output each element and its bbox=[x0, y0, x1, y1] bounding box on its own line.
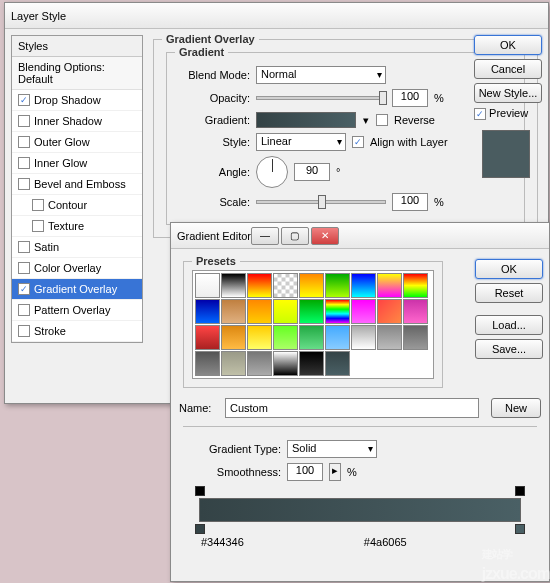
style-checkbox[interactable] bbox=[18, 262, 30, 274]
scale-row: Scale: 100 % bbox=[175, 193, 516, 211]
ge-load-button[interactable]: Load... bbox=[475, 315, 543, 335]
layer-style-titlebar[interactable]: Layer Style bbox=[5, 3, 548, 29]
style-checkbox[interactable] bbox=[18, 178, 30, 190]
smoothness-dropdown-icon[interactable]: ▸ bbox=[329, 463, 341, 481]
preset-swatch[interactable] bbox=[325, 351, 350, 376]
preset-swatch[interactable] bbox=[351, 325, 376, 350]
ge-ok-button[interactable]: OK bbox=[475, 259, 543, 279]
gradient-dropdown-icon[interactable]: ▾ bbox=[362, 114, 370, 127]
preset-swatch[interactable] bbox=[221, 299, 246, 324]
preview-label: Preview bbox=[489, 107, 528, 119]
preset-swatch[interactable] bbox=[247, 351, 272, 376]
style-checkbox[interactable] bbox=[18, 325, 30, 337]
cancel-button[interactable]: Cancel bbox=[474, 59, 542, 79]
preset-swatch[interactable] bbox=[195, 351, 220, 376]
style-item-outer-glow[interactable]: Outer Glow bbox=[12, 132, 142, 153]
style-checkbox[interactable] bbox=[18, 241, 30, 253]
preset-swatch[interactable] bbox=[221, 273, 246, 298]
style-item-satin[interactable]: Satin bbox=[12, 237, 142, 258]
preset-swatch[interactable] bbox=[351, 273, 376, 298]
angle-dial[interactable] bbox=[256, 156, 288, 188]
ge-new-button[interactable]: New bbox=[491, 398, 541, 418]
style-checkbox[interactable] bbox=[18, 157, 30, 169]
preset-swatch[interactable] bbox=[377, 325, 402, 350]
blending-options[interactable]: Blending Options: Default bbox=[12, 57, 142, 90]
name-input[interactable] bbox=[225, 398, 479, 418]
style-item-stroke[interactable]: Stroke bbox=[12, 321, 142, 342]
angle-value[interactable]: 90 bbox=[294, 163, 330, 181]
opacity-value[interactable]: 100 bbox=[392, 89, 428, 107]
preset-swatch[interactable] bbox=[299, 351, 324, 376]
align-checkbox[interactable]: ✓ bbox=[352, 136, 364, 148]
new-style-button[interactable]: New Style... bbox=[474, 83, 542, 103]
ge-reset-button[interactable]: Reset bbox=[475, 283, 543, 303]
minimize-button[interactable]: — bbox=[251, 227, 279, 245]
preset-swatch[interactable] bbox=[273, 299, 298, 324]
style-label: Texture bbox=[48, 220, 84, 232]
preset-swatch[interactable] bbox=[351, 299, 376, 324]
preset-swatch[interactable] bbox=[377, 273, 402, 298]
gradient-label: Gradient: bbox=[175, 114, 250, 126]
preset-swatch[interactable] bbox=[377, 299, 402, 324]
style-item-gradient-overlay[interactable]: ✓Gradient Overlay bbox=[12, 279, 142, 300]
ge-save-button[interactable]: Save... bbox=[475, 339, 543, 359]
color-stop-left[interactable] bbox=[195, 524, 205, 534]
maximize-button[interactable]: ▢ bbox=[281, 227, 309, 245]
smoothness-value[interactable]: 100 bbox=[287, 463, 323, 481]
preset-swatch[interactable] bbox=[195, 273, 220, 298]
style-checkbox[interactable] bbox=[18, 115, 30, 127]
preset-swatch[interactable] bbox=[325, 325, 350, 350]
preset-swatch[interactable] bbox=[299, 299, 324, 324]
preset-swatch[interactable] bbox=[325, 273, 350, 298]
reverse-checkbox[interactable] bbox=[376, 114, 388, 126]
style-checkbox[interactable] bbox=[32, 199, 44, 211]
gradient-subsection: Gradient Blend Mode: Normal Opacity: 100… bbox=[166, 52, 525, 225]
preset-swatch[interactable] bbox=[273, 351, 298, 376]
preset-swatch[interactable] bbox=[221, 325, 246, 350]
style-item-bevel-and-emboss[interactable]: Bevel and Emboss bbox=[12, 174, 142, 195]
style-item-pattern-overlay[interactable]: Pattern Overlay bbox=[12, 300, 142, 321]
scale-value[interactable]: 100 bbox=[392, 193, 428, 211]
preset-swatch[interactable] bbox=[273, 325, 298, 350]
preset-swatch[interactable] bbox=[403, 273, 428, 298]
close-button[interactable]: ✕ bbox=[311, 227, 339, 245]
style-checkbox[interactable] bbox=[32, 220, 44, 232]
preset-swatch[interactable] bbox=[299, 325, 324, 350]
preview-checkbox[interactable]: ✓ bbox=[474, 108, 486, 120]
angle-label: Angle: bbox=[175, 166, 250, 178]
gradient-preview[interactable] bbox=[256, 112, 356, 128]
gradient-editor-titlebar[interactable]: Gradient Editor — ▢ ✕ bbox=[171, 223, 549, 249]
opacity-slider[interactable] bbox=[256, 96, 386, 100]
style-item-contour[interactable]: Contour bbox=[12, 195, 142, 216]
style-checkbox[interactable] bbox=[18, 304, 30, 316]
preset-swatch[interactable] bbox=[273, 273, 298, 298]
ok-button[interactable]: OK bbox=[474, 35, 542, 55]
style-checkbox[interactable] bbox=[18, 136, 30, 148]
grad-type-select[interactable]: Solid bbox=[287, 440, 377, 458]
preset-swatch[interactable] bbox=[325, 299, 350, 324]
style-item-drop-shadow[interactable]: ✓Drop Shadow bbox=[12, 90, 142, 111]
style-item-color-overlay[interactable]: Color Overlay bbox=[12, 258, 142, 279]
preset-swatch[interactable] bbox=[221, 351, 246, 376]
preset-swatch[interactable] bbox=[195, 325, 220, 350]
style-select[interactable]: Linear bbox=[256, 133, 346, 151]
preset-swatch[interactable] bbox=[195, 299, 220, 324]
opacity-stop-left[interactable] bbox=[195, 486, 205, 496]
style-checkbox[interactable]: ✓ bbox=[18, 283, 30, 295]
preset-swatch[interactable] bbox=[299, 273, 324, 298]
style-item-texture[interactable]: Texture bbox=[12, 216, 142, 237]
gradient-bar[interactable] bbox=[199, 498, 521, 522]
styles-header[interactable]: Styles bbox=[12, 36, 142, 57]
preset-swatch[interactable] bbox=[247, 273, 272, 298]
opacity-stop-right[interactable] bbox=[515, 486, 525, 496]
style-checkbox[interactable]: ✓ bbox=[18, 94, 30, 106]
style-item-inner-glow[interactable]: Inner Glow bbox=[12, 153, 142, 174]
preset-swatch[interactable] bbox=[403, 325, 428, 350]
preset-swatch[interactable] bbox=[247, 325, 272, 350]
scale-slider[interactable] bbox=[256, 200, 386, 204]
smoothness-label: Smoothness: bbox=[191, 466, 281, 478]
style-item-inner-shadow[interactable]: Inner Shadow bbox=[12, 111, 142, 132]
preset-swatch[interactable] bbox=[403, 299, 428, 324]
preset-swatch[interactable] bbox=[247, 299, 272, 324]
blend-mode-select[interactable]: Normal bbox=[256, 66, 386, 84]
